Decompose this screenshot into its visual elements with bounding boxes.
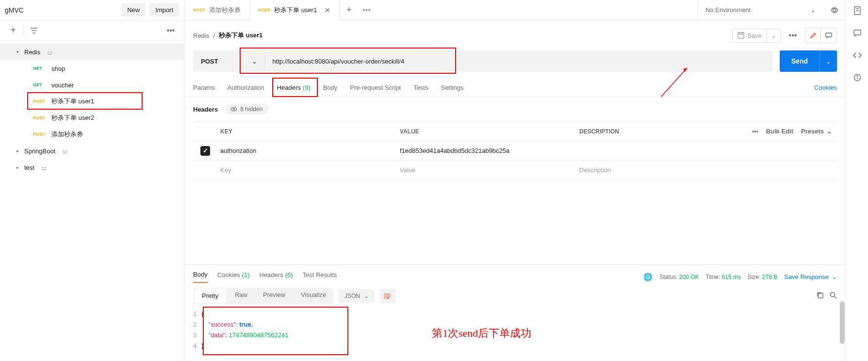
line-numbers: 1 2 3 4 [193,309,201,351]
method-selector[interactable]: POST ⌄ [193,50,265,72]
headers-title: Headers [193,106,218,113]
edit-icon[interactable] [805,28,821,43]
main-content: POST 添加秒杀券 POST 秒杀下单 user1 ✕ + ••• No En… [184,0,846,361]
people-icon: ⚍ [47,49,53,56]
svg-point-20 [857,76,857,76]
breadcrumb-parent[interactable]: Redis [193,32,209,39]
right-rail [846,0,868,361]
people-icon: ⚍ [41,164,47,171]
more-tabs-icon[interactable]: ••• [359,2,375,18]
tab-body[interactable]: Body [323,79,338,97]
save-response-button[interactable]: Save Response ⌄ [784,273,837,280]
new-button[interactable]: New [121,3,146,16]
language-selector[interactable]: JSON ⌄ [339,289,375,303]
chevron-down-icon: ⌄ [827,128,832,135]
breadcrumb-current: 秒杀下单 user1 [219,31,262,40]
headers-table-header: KEY VALUE DESCRIPTION ••• Bulk Edit Pres… [193,122,837,141]
view-pretty[interactable]: Pretty [194,289,226,303]
send-button[interactable]: Send [780,50,819,72]
people-icon: ⚍ [62,148,68,155]
header-row[interactable]: authorization f1ed853ed41a4abdbd5dc321ab… [193,141,837,161]
add-tab-icon[interactable]: + [340,5,359,15]
save-button[interactable]: Save [733,29,767,42]
tab-authorization[interactable]: Authorization [228,79,264,97]
save-dropdown-icon[interactable]: ⌄ [767,29,780,42]
chevron-down-icon: ⌄ [832,273,837,280]
svg-line-13 [835,296,836,298]
search-icon[interactable] [830,292,837,300]
chevron-down-icon: ⌄ [364,293,369,299]
import-button[interactable]: Import [149,3,179,16]
folder-redis[interactable]: ▾ Redis ⚍ [0,44,184,60]
folder-springboot[interactable]: ▸ SpringBoot ⚍ [0,143,184,159]
options-icon[interactable]: ••• [785,27,801,44]
more-options-icon[interactable]: ••• [163,22,179,39]
svg-rect-11 [819,294,823,298]
workspace-title: gMVC [5,6,117,14]
request-seckill-user1[interactable]: POST 秒杀下单 user1 [0,93,184,110]
request-seckill-user2[interactable]: POST 秒杀下单 user2 [0,110,184,126]
svg-point-3 [833,9,836,12]
environment-selector[interactable]: No Environment ⌄ [697,0,823,20]
response-body[interactable]: { "success": true, "data": 1747489048756… [201,309,288,351]
divider [23,26,24,35]
collection-tree: ▾ Redis ⚍ GET shop GET voucher POST 秒杀下单… [0,41,184,179]
documentation-icon[interactable] [851,4,864,17]
header-row-new[interactable]: Key Value Description [193,161,837,180]
chevron-down-icon: ⌄ [252,58,257,65]
environment-quicklook-icon[interactable] [823,6,846,14]
hidden-headers-toggle[interactable]: 8 hidden [225,104,268,115]
tab-settings[interactable]: Settings [441,79,463,97]
filter-icon[interactable] [26,22,42,39]
url-input[interactable]: http://localhost:8080/api/voucher-order/… [265,58,772,65]
presets-button[interactable]: Presets ⌄ [801,128,832,135]
tab-tests[interactable]: Tests [413,79,428,97]
view-raw[interactable]: Raw [227,288,255,304]
tab-params[interactable]: Params [193,79,215,97]
code-icon[interactable] [851,49,864,62]
chevron-right-icon: ▸ [15,165,20,170]
add-icon[interactable]: + [5,22,21,39]
comments-icon[interactable] [851,26,864,40]
svg-rect-17 [854,30,861,35]
tab-seckill-user1[interactable]: POST 秒杀下单 user1 ✕ [250,0,340,20]
comment-icon[interactable] [821,28,836,43]
request-voucher[interactable]: GET voucher [0,77,184,93]
annotation-text: 第1次send后下单成功 [432,326,531,341]
svg-point-8 [233,108,235,110]
globe-icon[interactable]: 🌐 [643,273,653,281]
enable-checkbox[interactable] [200,146,210,156]
view-preview[interactable]: Preview [255,288,293,304]
tab-headers[interactable]: Headers (9) [277,79,311,97]
breadcrumb-separator: / [213,32,215,39]
chevron-right-icon: ▸ [15,148,20,153]
wrap-lines-icon[interactable] [379,289,395,303]
svg-rect-5 [826,33,832,37]
send-dropdown-icon[interactable]: ⌄ [819,50,837,72]
response-tab-cookies[interactable]: Cookies (1) [217,271,250,282]
response-tab-tests[interactable]: Test Results [303,271,337,282]
svg-rect-4 [738,33,744,38]
info-icon[interactable] [851,71,864,84]
request-add-coupon[interactable]: POST 添加秒杀券 [0,126,184,143]
tab-add-coupon[interactable]: POST 添加秒杀券 [184,0,250,20]
folder-test[interactable]: ▸ test ⚍ [0,159,184,176]
view-visualize[interactable]: Visualize [293,288,334,304]
sidebar: gMVC New Import + ••• ▾ Redis ⚍ GET shop… [0,0,184,361]
chevron-down-icon: ▾ [15,49,20,54]
request-shop[interactable]: GET shop [0,60,184,77]
tab-prerequest[interactable]: Pre-request Script [350,79,401,97]
close-icon[interactable]: ✕ [325,6,330,14]
response-tab-body[interactable]: Body [193,271,208,283]
svg-point-12 [831,292,835,296]
chevron-down-icon: ⌄ [810,6,816,14]
more-columns-icon[interactable]: ••• [752,128,758,135]
bulk-edit-button[interactable]: Bulk Edit [766,128,793,135]
response-tab-headers[interactable]: Headers (6) [260,271,293,282]
cookies-link[interactable]: Cookies [814,79,837,97]
copy-icon[interactable] [817,292,824,300]
